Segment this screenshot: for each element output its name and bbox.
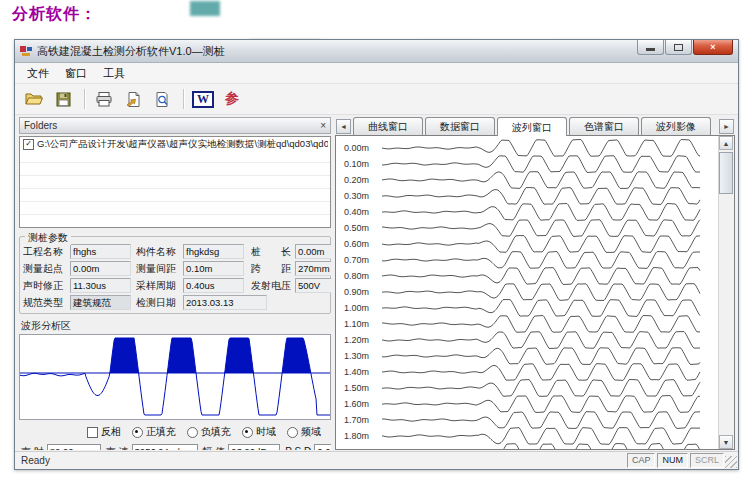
param-value[interactable]: 0.00m xyxy=(70,261,131,276)
tab-scroll-right-button[interactable]: ► xyxy=(719,119,734,134)
param-grid: 工程名称fhghs构件名称fhgkdsg桩 长0.00m测量起点0.00m测量间… xyxy=(23,244,327,310)
param-value[interactable]: 11.30us xyxy=(70,278,131,293)
scrollbar-thumb[interactable] xyxy=(719,152,733,194)
page-title: 分析软件： xyxy=(12,4,97,25)
folders-title: Folders xyxy=(24,120,57,131)
param-value[interactable]: 0.10m xyxy=(183,261,244,276)
param-row: 测量起点0.00m测量间距0.10m跨 距270mm xyxy=(23,261,327,276)
word-export-button[interactable]: W xyxy=(190,86,216,112)
menu-bar: 文件窗口工具 xyxy=(15,63,738,84)
fill-negative-option[interactable]: 负填充 xyxy=(187,425,231,439)
scroll-up-icon[interactable]: ▲ xyxy=(719,136,733,150)
window-titlebar[interactable]: 高铁建混凝土检测分析软件V1.0—测桩 × xyxy=(15,40,738,63)
work-area: Folders × ✓ G:\公司产品设计开发\超声仪器\超声仪实地检测数据\测… xyxy=(15,115,738,451)
fill-positive-option[interactable]: 正填充 xyxy=(132,425,176,439)
freq-domain-option[interactable]: 频域 xyxy=(287,425,321,439)
menu-item-1[interactable]: 文件 xyxy=(19,64,57,83)
print-preview-button[interactable] xyxy=(149,86,175,112)
maximize-icon xyxy=(674,44,683,51)
export-button[interactable] xyxy=(120,86,146,112)
param-label: 检测日期 xyxy=(136,296,183,310)
time-domain-option[interactable]: 时域 xyxy=(242,425,276,439)
reading-label: 声 速 xyxy=(106,445,129,451)
status-bar: Ready CAPNUMSCRL xyxy=(15,451,738,469)
freq-domain-radio[interactable] xyxy=(287,427,298,438)
print-button[interactable] xyxy=(91,86,117,112)
fill-positive-label: 正填充 xyxy=(146,425,176,439)
status-scrl: SCRL xyxy=(690,453,724,468)
minimize-button[interactable] xyxy=(637,40,664,55)
depth-label: 0.30m xyxy=(344,191,380,201)
minimize-icon xyxy=(646,48,655,51)
close-icon: × xyxy=(710,42,715,52)
param-value[interactable]: 0.00m xyxy=(295,244,331,259)
folders-list[interactable]: ✓ G:\公司产品设计开发\超声仪器\超声仪实地检测数据\测桩qd\qd03\q… xyxy=(19,136,331,228)
param-label: 规范类型 xyxy=(23,296,70,310)
resize-grip-icon[interactable] xyxy=(725,456,737,468)
param-label: 构件名称 xyxy=(136,245,183,259)
param-value[interactable]: 500V xyxy=(295,278,331,293)
reading-label: P S D xyxy=(285,446,311,450)
depth-label: 1.20m xyxy=(344,335,380,345)
maximize-button[interactable] xyxy=(665,40,692,55)
save-button[interactable] xyxy=(50,86,76,112)
scroll-down-icon[interactable]: ▼ xyxy=(719,435,733,449)
fill-negative-radio[interactable] xyxy=(187,427,198,438)
status-cap: CAP xyxy=(627,453,656,468)
wave-train-view[interactable]: 0.00m0.10m0.20m0.30m0.40m0.50m0.60m0.70m… xyxy=(335,135,735,450)
invert-option[interactable]: 反相 xyxy=(87,425,121,439)
tab-1[interactable]: 曲线窗口 xyxy=(353,117,423,135)
tab-5[interactable]: 波列影像 xyxy=(641,117,711,135)
param-value[interactable]: fhghs xyxy=(70,244,131,259)
param-label: 声时修正 xyxy=(23,279,70,293)
readings-row: 声 时82.90us声 速3256.94m/s幅 值93.90dBP S D0.… xyxy=(19,444,331,450)
param-value[interactable]: 270mm xyxy=(295,261,331,276)
param-label: 采样周期 xyxy=(136,279,183,293)
tab-3[interactable]: 波列窗口 xyxy=(497,117,567,136)
depth-label: 1.50m xyxy=(344,383,380,393)
waveform-analysis-box[interactable] xyxy=(19,334,331,420)
depth-label: 1.80m xyxy=(344,431,380,441)
vertical-scrollbar[interactable]: ▲ ▼ xyxy=(718,136,734,449)
toolbar-separator xyxy=(84,89,86,109)
fill-negative-label: 负填充 xyxy=(201,425,231,439)
reading-label: 声 时 xyxy=(21,445,44,451)
wave-train-traces xyxy=(336,136,717,450)
close-button[interactable]: × xyxy=(693,40,733,55)
status-indicators: CAPNUMSCRL xyxy=(625,453,724,468)
reading-value[interactable]: 3256.94m/s xyxy=(132,444,198,450)
waveform-options: 反相 正填充 负填充 时域 xyxy=(87,425,331,439)
app-window: 高铁建混凝土检测分析软件V1.0—测桩 × 文件窗口工具 xyxy=(14,39,739,470)
tab-4[interactable]: 色谱窗口 xyxy=(569,117,639,135)
param-value[interactable]: 建筑规范 xyxy=(70,295,131,310)
param-label: 跨 距 xyxy=(251,262,295,276)
folder-item[interactable]: ✓ G:\公司产品设计开发\超声仪器\超声仪实地检测数据\测桩qd\qd03\q… xyxy=(20,137,330,151)
folder-checkbox-checked[interactable]: ✓ xyxy=(23,139,34,150)
menu-item-3[interactable]: 工具 xyxy=(95,64,133,83)
open-file-button[interactable] xyxy=(21,86,47,112)
depth-label: 1.70m xyxy=(344,415,380,425)
print-icon xyxy=(95,91,113,108)
word-icon: W xyxy=(192,91,214,108)
param-value[interactable]: 0.40us xyxy=(183,278,244,293)
parameters-button[interactable]: 参 xyxy=(219,86,245,112)
invert-checkbox[interactable] xyxy=(87,427,98,438)
freq-domain-label: 频域 xyxy=(301,425,321,439)
tab-scroll-left-button[interactable]: ◄ xyxy=(336,119,351,134)
save-icon xyxy=(55,91,72,108)
reading-value[interactable]: 0.00us^2/m xyxy=(314,444,331,450)
page: 分析软件： 高铁建混凝土检测分析软件V1.0—测桩 × 文件窗口工具 xyxy=(0,0,745,477)
app-icon xyxy=(19,44,33,58)
menu-item-2[interactable]: 窗口 xyxy=(57,64,95,83)
reading-value[interactable]: 93.90dB xyxy=(228,444,280,450)
open-folder-icon xyxy=(24,91,44,108)
fill-positive-radio[interactable] xyxy=(132,427,143,438)
param-value[interactable]: 2013.03.13 xyxy=(183,295,267,310)
param-value[interactable]: fhgkdsg xyxy=(183,244,244,259)
time-domain-radio[interactable] xyxy=(242,427,253,438)
folders-close-button[interactable]: × xyxy=(320,121,326,131)
reading-value[interactable]: 82.90us xyxy=(47,444,101,450)
depth-label: 0.70m xyxy=(344,255,380,265)
tab-2[interactable]: 数据窗口 xyxy=(425,117,495,135)
pile-params-group: 测桩参数 工程名称fhghs构件名称fhgkdsg桩 长0.00m测量起点0.0… xyxy=(19,236,331,314)
